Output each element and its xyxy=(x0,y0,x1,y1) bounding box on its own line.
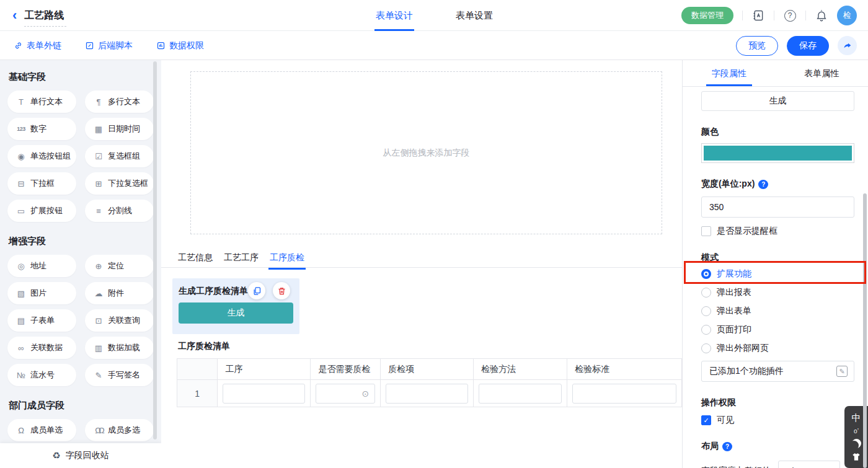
field-item-multi-dropdown[interactable]: ⊞下拉复选框 xyxy=(85,172,154,195)
field-item-serial-number[interactable]: №流水号 xyxy=(7,364,76,386)
process-input[interactable] xyxy=(223,384,305,404)
radio-icon xyxy=(701,343,711,353)
plugin-field[interactable]: 已添加1个功能插件 ✎ xyxy=(701,361,854,382)
generate-button[interactable]: 生成 xyxy=(179,302,293,324)
field-item-linked-data[interactable]: ∞关联数据 xyxy=(7,337,76,359)
field-dropzone[interactable]: 从左侧拖拽来添加字段 xyxy=(190,71,662,234)
serial-number-icon: № xyxy=(16,371,26,380)
single-line-text-icon: T xyxy=(16,97,26,107)
form-canvas: 从左侧拖拽来添加字段 工艺信息 工艺工序 工序质检 生成工序质检清单 生成 工序… xyxy=(161,60,682,468)
tab-field-properties[interactable]: 字段属性 xyxy=(683,60,776,86)
mode-option-popup-report[interactable]: 弹出报表 xyxy=(701,283,854,302)
width-help-icon[interactable]: ? xyxy=(758,180,768,189)
need-check-select[interactable]: ⊙ xyxy=(316,384,375,404)
back-icon[interactable]: ‹ xyxy=(12,9,17,22)
field-item-data-load[interactable]: ▥数据加载 xyxy=(85,337,154,359)
check-item-input[interactable] xyxy=(386,384,468,404)
field-item-number[interactable]: 123数字 xyxy=(7,118,76,140)
standard-input[interactable] xyxy=(572,384,676,404)
tab-process-steps[interactable]: 工艺工序 xyxy=(224,248,259,268)
field-item-member-single[interactable]: Ω成员单选 xyxy=(7,419,76,441)
tab-form-settings[interactable]: 表单设置 xyxy=(456,0,493,31)
radio-icon xyxy=(701,325,711,335)
copy-field-button[interactable] xyxy=(248,282,265,299)
width-input[interactable] xyxy=(701,196,854,218)
tab-form-design[interactable]: 表单设计 xyxy=(376,0,413,31)
field-item-divider[interactable]: ≡分割线 xyxy=(85,200,154,222)
visible-checkbox[interactable]: ✓ xyxy=(701,415,711,425)
dropdown-icon: ⊟ xyxy=(16,179,26,188)
panel-scrollbar[interactable] xyxy=(863,193,867,468)
properties-panel: 字段属性 表单属性 生成 颜色 宽度(单位:px) ? 是否显示提醒框 模式 扩… xyxy=(682,60,868,468)
address-book-icon[interactable] xyxy=(751,9,765,22)
mode-option-extend[interactable]: 扩展功能 xyxy=(701,265,854,283)
mode-option-external-page[interactable]: 弹出外部网页 xyxy=(701,339,854,358)
tab-step-quality-check[interactable]: 工序质检 xyxy=(270,248,304,268)
divider xyxy=(774,11,774,20)
color-picker[interactable] xyxy=(701,143,854,163)
reminder-label: 是否显示提醒框 xyxy=(717,226,777,237)
backend-script-button[interactable]: 后端脚本 xyxy=(85,40,133,51)
tab-process-info[interactable]: 工艺信息 xyxy=(178,248,213,268)
row-number-header xyxy=(177,359,218,380)
skin-shirt-icon[interactable] xyxy=(851,452,861,462)
section-title-basic: 基础字段 xyxy=(9,71,154,83)
layout-help-icon[interactable]: ? xyxy=(722,442,732,451)
row-width-select[interactable]: 1/4 ∨ xyxy=(778,461,840,468)
field-recycle-bin[interactable]: ♻ 字段回收站 xyxy=(0,443,161,468)
target-circle-icon: ⊙ xyxy=(362,389,370,399)
mode-option-popup-form[interactable]: 弹出表单 xyxy=(701,302,854,320)
recycle-icon: ♻ xyxy=(52,450,60,461)
field-label: 生成工序质检清单 xyxy=(179,286,248,297)
preview-button[interactable]: 预览 xyxy=(736,36,778,56)
field-item-single-line-text[interactable]: T单行文本 xyxy=(7,91,76,113)
field-item-member-multi[interactable]: ΩΩ成员多选 xyxy=(85,419,154,441)
calendar-icon: ▦ xyxy=(94,125,104,134)
external-link-button[interactable]: 表单外链 xyxy=(14,40,61,51)
field-item-address[interactable]: ◎地址 xyxy=(7,255,76,277)
mode-option-page-print[interactable]: 页面打印 xyxy=(701,320,854,339)
field-item-checkbox-group[interactable]: ☑复选框组 xyxy=(85,145,154,167)
selected-button-field[interactable]: 生成工序质检清单 生成 xyxy=(172,278,299,334)
field-item-extend-button[interactable]: ▭扩展按钮 xyxy=(7,200,76,222)
data-permission-button[interactable]: 数据权限 xyxy=(156,40,204,51)
notification-bell-icon[interactable] xyxy=(815,9,828,22)
field-item-dropdown[interactable]: ⊟下拉框 xyxy=(7,172,76,195)
field-item-geolocation[interactable]: ⊕定位 xyxy=(85,255,154,277)
permission-label: 操作权限 xyxy=(701,397,854,408)
field-item-subform[interactable]: ▤子表单 xyxy=(7,309,76,332)
row-number: 1 xyxy=(177,380,218,407)
number-icon: 123 xyxy=(16,126,26,132)
tab-form-properties[interactable]: 表单属性 xyxy=(776,60,868,86)
edit-icon[interactable]: ✎ xyxy=(836,366,848,377)
delete-field-button[interactable] xyxy=(273,282,290,299)
button-icon: ▭ xyxy=(16,206,26,216)
col-header-check-item: 质检项 xyxy=(381,359,474,380)
share-button[interactable] xyxy=(838,36,857,55)
method-input[interactable] xyxy=(479,384,562,404)
field-item-linked-query[interactable]: ⊡关联查询 xyxy=(85,309,154,332)
help-icon[interactable]: ? xyxy=(783,9,797,22)
field-item-multi-line-text[interactable]: ¶多行文本 xyxy=(85,91,154,113)
section-title-enhanced: 增强字段 xyxy=(9,236,154,247)
field-item-radio-group[interactable]: ◉单选按钮组 xyxy=(7,145,76,167)
sidebar-scrollbar[interactable] xyxy=(153,61,157,439)
field-item-datetime[interactable]: ▦日期时间 xyxy=(85,118,154,140)
field-item-attachment[interactable]: ☁附件 xyxy=(85,282,154,304)
color-label: 颜色 xyxy=(701,126,854,138)
checkbox-icon: ☑ xyxy=(94,152,104,161)
col-header-method: 检验方法 xyxy=(474,359,567,380)
button-text-input[interactable]: 生成 xyxy=(701,91,854,111)
ime-punctuation-icon[interactable]: o’ xyxy=(854,428,859,435)
moon-icon[interactable] xyxy=(852,439,861,448)
reminder-checkbox[interactable] xyxy=(701,226,711,236)
field-item-signature[interactable]: ✎手写签名 xyxy=(85,364,154,386)
crosshair-icon: ⊕ xyxy=(94,262,104,271)
field-item-image[interactable]: ▧图片 xyxy=(7,282,76,304)
table-row: 1 ⊙ xyxy=(177,380,682,407)
save-button[interactable]: 保存 xyxy=(787,36,829,56)
user-avatar[interactable]: 检 xyxy=(837,6,857,25)
data-manage-button[interactable]: 数据管理 xyxy=(681,7,733,24)
ime-language-indicator[interactable]: 中 xyxy=(852,412,861,424)
visible-label: 可见 xyxy=(717,415,734,426)
